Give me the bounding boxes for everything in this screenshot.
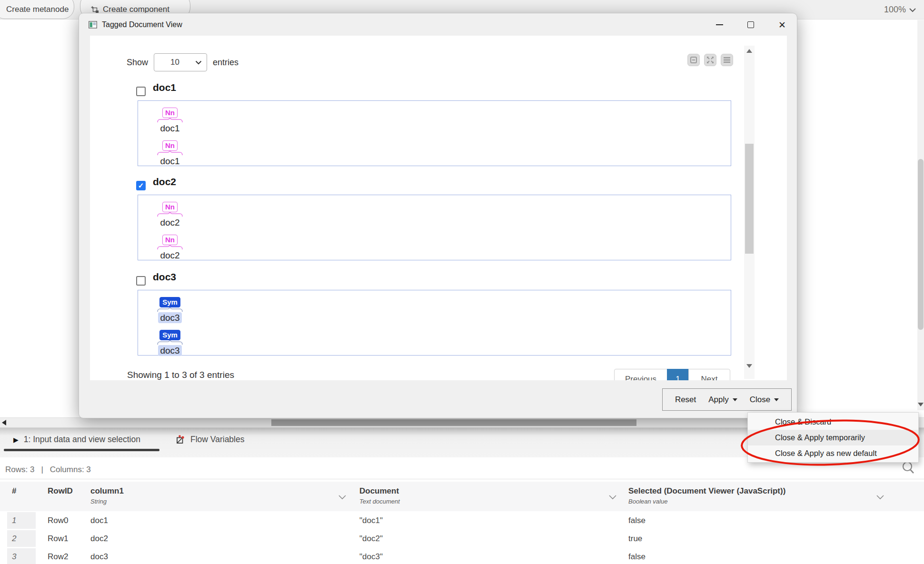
cell-rowid: Row1 [48, 530, 68, 547]
tagged-entity[interactable]: Nn doc1 [156, 108, 184, 134]
menu-button[interactable] [721, 54, 733, 66]
chevron-down-icon [909, 5, 916, 15]
expand-view-button[interactable] [704, 54, 716, 66]
menu-item-close-apply-new-default[interactable]: Close & Apply as new default [748, 445, 918, 461]
previous-label: Previous [625, 375, 656, 380]
row-index: 3 [7, 548, 36, 564]
cell-column1: doc3 [90, 548, 108, 564]
hamburger-menu-icon [723, 57, 731, 63]
cell-selected: true [628, 530, 642, 547]
page-size-row: Show 10 entries [127, 53, 238, 71]
doc3-title: doc3 [153, 271, 176, 283]
reset-button[interactable]: Reset [675, 395, 696, 405]
brace-icon [157, 245, 183, 249]
canvas-zoom-control[interactable]: 100% [884, 5, 916, 15]
close-dropdown-caret-icon[interactable] [774, 398, 779, 401]
maximize-icon [747, 21, 754, 28]
table-row[interactable]: 1 Row0 doc1 "doc1" false [0, 512, 924, 530]
close-window-button[interactable]: ✕ [775, 18, 789, 32]
collapse-all-button[interactable] [687, 54, 700, 66]
dialog-titlebar[interactable]: Tagged Document View ✕ [79, 13, 797, 36]
pagination: Previous 1 Next [614, 369, 730, 380]
next-page-button[interactable]: Next [688, 369, 730, 380]
entity-term: doc3 [158, 312, 181, 323]
close-options-menu: Close & Discard Close & Apply temporaril… [747, 412, 919, 463]
header-selected-type: Boolean value [628, 498, 667, 505]
show-label: Show [127, 58, 148, 68]
doc3-document-panel: Sym doc3 Sym doc3 [138, 290, 731, 356]
square-minus-icon [690, 56, 697, 64]
close-label: Close [750, 395, 770, 405]
tagged-entity[interactable]: Nn doc1 [156, 140, 184, 167]
menu-item-close-apply-temporarily[interactable]: Close & Apply temporarily [748, 430, 918, 445]
search-icon[interactable] [901, 461, 915, 478]
expand-arrows-icon [706, 56, 714, 64]
selected-sort-chevron-icon[interactable] [876, 493, 884, 502]
page-size-value: 10 [170, 58, 179, 67]
document-list-scrollbar-thumb[interactable] [745, 144, 754, 254]
close-icon: ✕ [778, 20, 786, 30]
menu-item-close-discard[interactable]: Close & Discard [748, 414, 918, 430]
row-index: 1 [7, 512, 36, 529]
tagged-entity[interactable]: Nn doc2 [156, 202, 184, 228]
doc2-checkbox[interactable]: ✓ [136, 181, 146, 190]
document-sort-chevron-icon[interactable] [608, 493, 617, 502]
dialog-title: Tagged Document View [102, 20, 182, 29]
entity-term: doc2 [160, 250, 179, 261]
brace-icon [157, 212, 183, 217]
zoom-level-value: 100% [884, 5, 906, 15]
scrollbar-left-arrow-icon[interactable] [2, 420, 6, 425]
next-label: Next [701, 375, 718, 380]
table-row[interactable]: 3 Row2 doc3 "doc3" false [0, 548, 924, 564]
scrollbar-down-arrow-icon[interactable] [746, 364, 752, 368]
page-size-select[interactable]: 10 [154, 53, 207, 71]
tagged-entity[interactable]: Sym doc3 [156, 330, 184, 356]
check-icon: ✓ [138, 181, 144, 190]
tab-flow-variables[interactable]: Flow Variables [175, 435, 244, 445]
cell-selected: false [628, 512, 646, 529]
table-header: # RowID column1 String Document Text doc… [0, 482, 924, 511]
brace-icon [157, 340, 183, 345]
tab-input-data-and-view-selection[interactable]: ▶ 1: Input data and view selection [13, 435, 140, 445]
entity-tag: Sym [159, 297, 180, 307]
workspace-horizontal-scrollbar-thumb[interactable] [271, 419, 636, 426]
cell-rowid: Row2 [48, 548, 68, 564]
doc2-title: doc2 [153, 176, 176, 188]
entity-term: doc2 [160, 217, 179, 228]
page-1-button[interactable]: 1 [667, 369, 689, 380]
apply-dropdown-caret-icon[interactable] [733, 398, 737, 401]
dialog-content: Show 10 entries doc [90, 36, 787, 380]
tagged-entity[interactable]: Nn doc2 [156, 235, 184, 261]
doc1-checkbox[interactable] [136, 87, 146, 96]
tagged-entity[interactable]: Sym doc3 [156, 297, 184, 323]
columns-count: Columns: 3 [50, 465, 91, 475]
column1-sort-chevron-icon[interactable] [338, 493, 347, 502]
header-selected: Selected (Document Viewer (JavaScript)) [628, 486, 785, 496]
table-summary: Rows: 3 | Columns: 3 [5, 465, 91, 475]
close-button[interactable]: Close [750, 395, 779, 405]
create-metanode-button[interactable]: Create metanode [0, 0, 74, 19]
brace-icon [157, 118, 183, 122]
scrollbar-down-arrow-icon[interactable] [918, 403, 924, 406]
previous-page-button[interactable]: Previous [614, 369, 667, 380]
entity-tag: Nn [162, 202, 178, 212]
entity-term: doc3 [158, 345, 181, 356]
header-column1: column1 [90, 486, 124, 496]
header-index: # [12, 486, 16, 496]
maximize-button[interactable] [744, 18, 758, 32]
cell-rowid: Row0 [48, 512, 68, 529]
entity-tag: Nn [162, 140, 178, 151]
header-column1-type: String [90, 498, 107, 505]
tab-label: 1: Input data and view selection [24, 435, 140, 445]
row-index: 2 [7, 530, 36, 547]
scrollbar-up-arrow-icon[interactable] [746, 49, 752, 53]
minimize-button[interactable] [712, 18, 726, 32]
workspace-vertical-scrollbar-thumb[interactable] [918, 159, 924, 330]
header-document-type: Text document [359, 498, 400, 505]
table-row[interactable]: 2 Row1 doc2 "doc2" true [0, 530, 924, 548]
create-metanode-label: Create metanode [6, 5, 69, 14]
doc3-checkbox[interactable] [136, 276, 146, 286]
separator: | [41, 465, 43, 475]
header-rowid: RowID [48, 486, 73, 496]
apply-button[interactable]: Apply [708, 395, 737, 405]
